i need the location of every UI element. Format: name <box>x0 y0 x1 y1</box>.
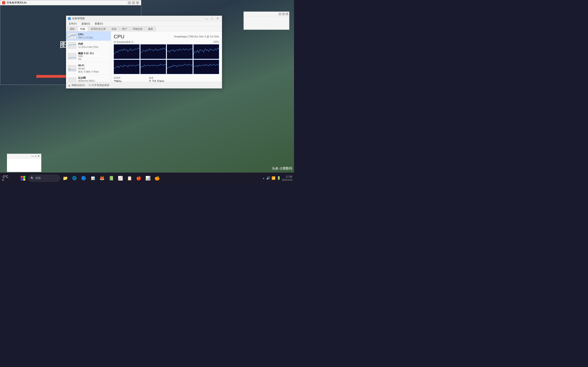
lower-window: — □ ✕ <box>7 154 41 172</box>
cpu-device-info: CPU 78% 2.74 GHz <box>78 33 93 39</box>
utilization-stat: 利用率 78% <box>114 76 149 82</box>
taskbar-blue-app-icon[interactable]: 🔵 <box>79 174 88 182</box>
cpu-core-5-chart <box>140 60 166 74</box>
speed-label: 速度 <box>149 76 184 80</box>
tab-services[interactable]: 服务 <box>146 27 156 31</box>
tm-bottom-bar: ▲ 简略信息(D) ⊙ 打开资源监视器 <box>66 82 222 88</box>
lw-maximize-button[interactable]: □ <box>34 155 37 157</box>
ethernet-device-name: 以太网 <box>78 76 99 79</box>
tray-battery-icon[interactable]: 🔋 <box>277 176 281 180</box>
task-manager-window: 任务管理器 — □ ✕ 文件(F) 选项(O) 查看(V) 进程 性能 应用历史… <box>66 16 222 89</box>
taskbar-firefox-icon[interactable]: 🦊 <box>98 174 106 182</box>
tab-startup[interactable]: 启动 <box>109 27 119 31</box>
ethernet-sparkline-icon <box>68 77 76 82</box>
chart-header: 30 秒内的利用率 % 100% <box>114 41 219 44</box>
resource-monitor-icon: ⊙ <box>89 84 91 87</box>
start-button[interactable] <box>19 174 27 182</box>
weather-temp: -2°C <box>2 175 18 178</box>
sw-close-button[interactable]: ✕ <box>285 13 288 15</box>
disk-device-name: 磁盘 0 (C: D:) <box>78 52 94 55</box>
cpu-core-3-chart <box>193 44 219 59</box>
sw-maximize-button[interactable]: □ <box>282 13 285 15</box>
taskbar-date: 2023/1/19 <box>282 179 292 181</box>
cpu-model: Snapdragon (TM) 8cx Gen 3 @ 3.0 GHz <box>174 35 219 38</box>
wifi-sparkline-icon <box>68 65 76 72</box>
resource-monitor-label: 打开资源监视器 <box>92 83 109 87</box>
taskbar-vscode-icon[interactable]: 📊 <box>89 174 97 182</box>
tray-expand-icon[interactable]: ▲ <box>262 177 265 179</box>
taskbar-red-app-icon[interactable]: 🍎 <box>135 174 143 182</box>
taskbar-clipboard-icon[interactable]: 📋 <box>125 174 134 182</box>
tray-network-icon[interactable]: 📶 <box>271 176 275 180</box>
disk-device-info: 磁盘 0 (C: D:) SSD 3% <box>78 52 94 61</box>
cpu-core-4-chart <box>114 60 140 74</box>
taskbar-weather: -2°C 雾 <box>2 175 18 182</box>
task-manager-body: CPU 78% 2.74 GHz 内存 11.3/15.4 GB (73%) <box>66 31 222 82</box>
watermark: 头条 @梨数码 <box>272 167 292 171</box>
tm-device-wifi[interactable]: Wi-Fi WLAN 发送: 0 接收: 0 Kbps <box>66 62 111 75</box>
lw-minimize-button[interactable]: — <box>31 155 34 157</box>
tm-device-list: CPU 78% 2.74 GHz 内存 11.3/15.4 GB (73%) <box>66 31 111 82</box>
taskbar-time: 17:30 <box>282 175 292 178</box>
disk-device-sub2: 3% <box>78 58 94 61</box>
wifi-device-name: Wi-Fi <box>78 64 99 67</box>
taskbar-green-app-icon[interactable]: 📗 <box>107 174 115 182</box>
tab-users[interactable]: 用户 <box>120 27 130 31</box>
windows-logo-icon <box>21 176 25 181</box>
tab-details[interactable]: 详细信息 <box>130 27 145 31</box>
cpu-core-1-chart <box>140 44 166 59</box>
tm-minimize-button[interactable]: — <box>204 16 209 21</box>
tm-summary-button[interactable]: ▲ 简略信息(D) <box>68 83 85 87</box>
memory-device-info: 内存 11.3/15.4 GB (73%) <box>78 42 98 48</box>
tray-volume-icon[interactable]: 🔊 <box>266 176 270 180</box>
watermark-text: 头条 @梨数码 <box>272 167 292 170</box>
antutu-titlebar: 安兔兔评测3DLite — □ ✕ <box>0 0 141 5</box>
antutu-close-button[interactable]: ✕ <box>136 1 139 4</box>
menu-options[interactable]: 选项(O) <box>80 22 91 26</box>
menu-file[interactable]: 文件(F) <box>68 22 78 26</box>
taskbar-right: ▲ 🔊 📶 🔋 17:30 2023/1/19 <box>262 175 292 181</box>
tm-device-disk[interactable]: 磁盘 0 (C: D:) SSD 3% <box>66 50 111 62</box>
tm-maximize-button[interactable]: □ <box>209 16 215 21</box>
summary-label: 简略信息(D) <box>71 83 85 87</box>
cpu-header: CPU Snapdragon (TM) 8cx Gen 3 @ 3.0 GHz <box>114 34 219 40</box>
sw-minimize-button[interactable]: — <box>279 13 281 15</box>
taskbar-chart-icon[interactable]: 📈 <box>116 174 124 182</box>
cpu-title: CPU <box>114 34 124 40</box>
tm-device-cpu[interactable]: CPU 78% 2.74 GHz <box>66 31 111 41</box>
cpu-device-name: CPU <box>78 33 93 36</box>
search-icon: 🔍 <box>31 177 34 180</box>
antutu-title: 安兔兔评测3DLite <box>7 1 27 4</box>
menu-view[interactable]: 查看(V) <box>94 22 104 26</box>
taskbar-green2-icon[interactable]: 📊 <box>144 174 152 182</box>
lower-window-bar: — □ ✕ <box>7 154 41 158</box>
cpu-core-6-chart <box>167 60 193 74</box>
antutu-maximize-button[interactable]: □ <box>132 1 135 4</box>
tm-device-memory[interactable]: 内存 11.3/15.4 GB (73%) <box>66 41 111 50</box>
taskbar-explorer-icon[interactable]: 📁 <box>61 174 69 182</box>
chart-label-right: 100% <box>213 41 219 44</box>
tab-performance[interactable]: 性能 <box>78 27 88 31</box>
uptime-stat <box>184 76 219 82</box>
ethernet-device-sub1: vEthernet (WSL) <box>78 79 99 82</box>
memory-sparkline-icon <box>68 42 76 49</box>
tm-close-button[interactable]: ✕ <box>215 16 220 21</box>
tab-process[interactable]: 进程 <box>67 27 77 31</box>
cpu-core-0-chart <box>114 44 140 59</box>
lw-close-button[interactable]: ✕ <box>37 155 40 157</box>
tm-resource-monitor-button[interactable]: ⊙ 打开资源监视器 <box>89 83 109 87</box>
taskbar-search-box[interactable]: 🔍 搜索 <box>28 175 60 182</box>
taskbar-clock: 17:30 2023/1/19 <box>282 175 292 181</box>
task-manager-titlebar: 任务管理器 — □ ✕ <box>66 16 222 21</box>
weather-desc: 雾 <box>2 178 18 182</box>
antutu-minimize-button[interactable]: — <box>128 1 131 4</box>
tm-device-ethernet[interactable]: 以太网 vEthernet (WSL) 发送: 0 接收: 0 Kbps <box>66 75 111 82</box>
utilization-label: 利用率 <box>114 76 149 80</box>
taskbar-orange-app-icon[interactable]: 🍊 <box>153 174 161 182</box>
memory-device-sub: 11.3/15.4 GB (73%) <box>78 46 98 49</box>
cpu-core-7-chart <box>193 60 219 74</box>
tab-app-history[interactable]: 应用历史记录 <box>88 27 108 31</box>
search-placeholder: 搜索 <box>35 176 41 180</box>
taskbar-edge-icon[interactable]: 🌐 <box>70 174 78 182</box>
cpu-main-stats: 利用率 78% 速度 2.74 GHz <box>114 76 219 82</box>
